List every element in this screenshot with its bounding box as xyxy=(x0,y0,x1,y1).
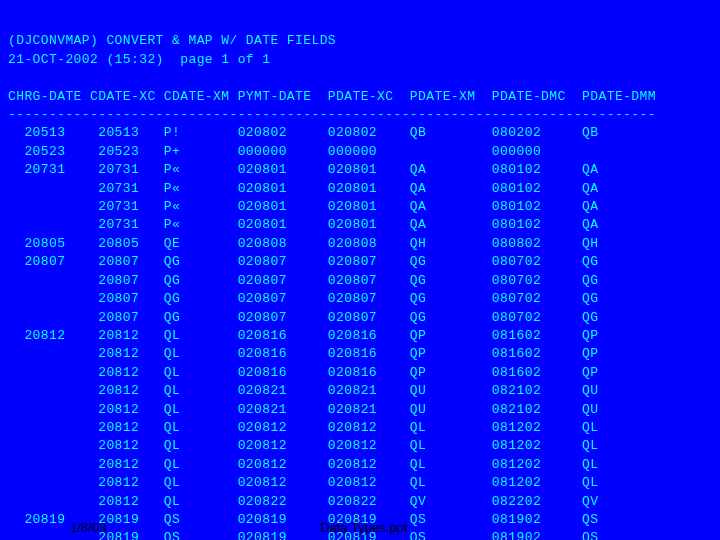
column-headers: CHRG-DATE CDATE-XC CDATE-XM PYMT-DATE PD… xyxy=(8,89,656,104)
report-page: page 1 of 1 xyxy=(180,52,270,67)
report-title: (DJCONVMAP) CONVERT & MAP W/ DATE FIELDS xyxy=(8,33,336,48)
data-rows: 20513 20513 P! 020802 020802 QB 080202 Q… xyxy=(8,125,656,540)
terminal-screen: (DJCONVMAP) CONVERT & MAP W/ DATE FIELDS… xyxy=(0,0,720,540)
separator-line: ----------------------------------------… xyxy=(8,107,656,122)
report-timestamp: 21-OCT-2002 (15:32) xyxy=(8,52,164,67)
